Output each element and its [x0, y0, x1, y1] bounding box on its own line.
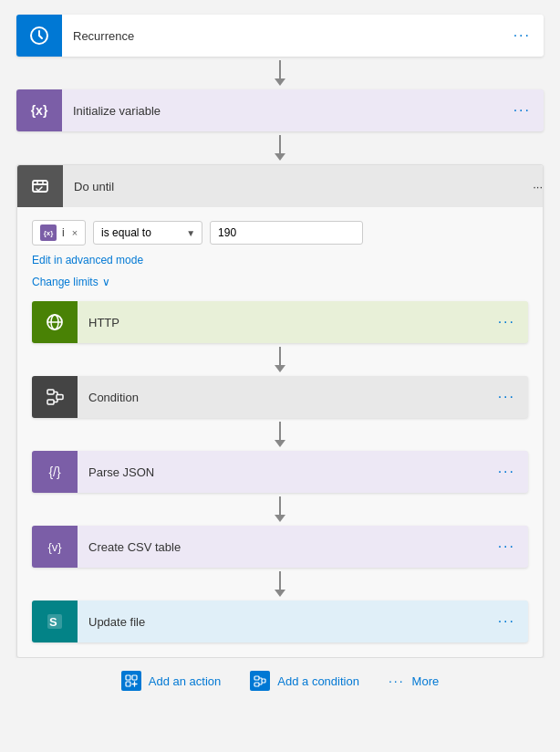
edit-advanced-link[interactable]: Edit in advanced mode: [32, 254, 143, 266]
http-more[interactable]: ···: [485, 314, 528, 330]
create-csv-more[interactable]: ···: [485, 538, 528, 555]
update-file-more[interactable]: ···: [485, 613, 528, 630]
parse-json-icon: {/}: [32, 451, 78, 493]
arrow-1: [275, 57, 285, 89]
http-label: HTTP: [78, 316, 485, 329]
create-csv-card: {v} Create CSV table ···: [32, 526, 528, 568]
update-file-icon: S: [32, 601, 78, 642]
http-icon: [32, 301, 78, 343]
var-chip-label: i: [62, 226, 65, 239]
recurrence-label: Recurrence: [62, 29, 501, 43]
inner-steps: HTTP ···: [32, 301, 528, 642]
recurrence-icon: [16, 15, 62, 57]
recurrence-more[interactable]: ···: [501, 27, 544, 44]
http-card: HTTP ···: [32, 301, 528, 343]
update-file-card: S Update file ···: [32, 601, 528, 642]
parse-json-label: Parse JSON: [78, 465, 485, 479]
bottom-bar: Add an action Add a condition ··· More: [16, 658, 544, 704]
arrow-2: [275, 131, 285, 164]
arrow-6: [275, 568, 285, 601]
change-limits[interactable]: Change limits ∨: [32, 276, 528, 288]
svg-rect-14: [262, 679, 265, 683]
arrow-4: [275, 418, 285, 451]
chevron-down-icon: ∨: [102, 276, 110, 288]
svg-rect-12: [254, 676, 259, 680]
add-condition-label: Add a condition: [277, 674, 359, 688]
flow-container: Recurrence ··· {x} Initialize variable ·…: [0, 0, 560, 726]
var-chip[interactable]: {x} i ×: [32, 220, 86, 245]
init-variable-card: {x} Initialize variable ···: [16, 89, 544, 131]
create-csv-label: Create CSV table: [78, 540, 485, 554]
parse-json-card: {/} Parse JSON ···: [32, 451, 528, 493]
init-variable-label: Initialize variable: [62, 104, 501, 118]
change-limits-label: Change limits: [32, 276, 99, 288]
arrow-3: [275, 343, 285, 376]
add-action-label: Add an action: [149, 674, 222, 688]
recurrence-card: Recurrence ···: [16, 15, 544, 57]
parse-json-more[interactable]: ···: [485, 464, 528, 480]
svg-rect-5: [47, 400, 54, 404]
svg-rect-13: [254, 683, 259, 686]
svg-rect-10: [132, 675, 137, 680]
do-until-wrapper: Do until ··· {x} i × is equal to is not …: [16, 164, 544, 658]
do-until-header: Do until ···: [17, 165, 543, 207]
update-file-label: Update file: [78, 615, 485, 629]
more-dots-icon: ···: [389, 674, 405, 688]
condition-icon: [32, 376, 78, 418]
init-variable-more[interactable]: ···: [501, 102, 544, 119]
condition-label: Condition: [78, 391, 485, 404]
chip-close-icon[interactable]: ×: [72, 227, 78, 238]
more-label: More: [412, 674, 440, 688]
init-variable-icon: {x}: [16, 89, 62, 131]
svg-rect-11: [126, 682, 130, 686]
operator-select[interactable]: is equal to is not equal to is greater t…: [93, 221, 202, 245]
more-button[interactable]: ··· More: [389, 674, 439, 688]
do-until-body: {x} i × is equal to is not equal to is g…: [17, 207, 543, 657]
condition-row: {x} i × is equal to is not equal to is g…: [32, 220, 528, 245]
svg-rect-6: [57, 395, 63, 400]
do-until-more[interactable]: ···: [533, 180, 543, 193]
svg-text:S: S: [49, 615, 57, 629]
operator-select-wrapper: is equal to is not equal to is greater t…: [93, 221, 202, 245]
do-until-icon: [17, 165, 63, 207]
add-condition-button[interactable]: Add a condition: [250, 671, 359, 691]
condition-more[interactable]: ···: [485, 389, 528, 405]
svg-rect-4: [47, 390, 54, 394]
add-action-button[interactable]: Add an action: [121, 671, 222, 691]
condition-card: Condition ···: [32, 376, 528, 418]
var-chip-icon: {x}: [40, 225, 57, 241]
do-until-label: Do until: [63, 180, 533, 193]
add-action-icon: [121, 671, 141, 691]
arrow-5: [275, 493, 285, 526]
create-csv-icon: {v}: [32, 526, 78, 568]
condition-value-input[interactable]: [210, 221, 363, 245]
svg-rect-1: [33, 181, 47, 192]
add-condition-icon: [250, 671, 270, 691]
svg-rect-9: [126, 675, 130, 680]
